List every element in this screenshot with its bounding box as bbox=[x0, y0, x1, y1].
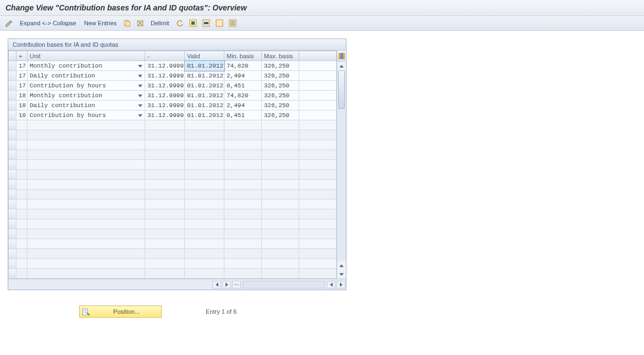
dropdown-icon[interactable] bbox=[138, 114, 142, 117]
cell-valid[interactable]: 01.01.2012 bbox=[185, 101, 224, 110]
row-selector[interactable] bbox=[9, 269, 16, 279]
row-selector[interactable] bbox=[9, 91, 16, 101]
hscroll-right2-icon[interactable] bbox=[337, 281, 345, 289]
cell-max[interactable]: 326,250 bbox=[262, 81, 299, 91]
dropdown-icon[interactable] bbox=[138, 85, 142, 87]
col-min[interactable]: Min. basis bbox=[224, 51, 262, 61]
dropdown-icon[interactable] bbox=[138, 65, 142, 68]
table-row[interactable]: 18Daily contribution31.12.999901.01.2012… bbox=[9, 101, 337, 110]
cell-min[interactable]: 0,451 bbox=[224, 110, 262, 120]
row-selector[interactable] bbox=[9, 61, 16, 71]
row-selector[interactable] bbox=[9, 150, 16, 160]
cell-unit[interactable]: Contribution by hours bbox=[27, 110, 145, 120]
table-row[interactable] bbox=[9, 249, 337, 259]
table-row[interactable]: 18Contribution by hours31.12.999901.01.2… bbox=[9, 110, 337, 120]
scroll-down-icon[interactable] bbox=[337, 270, 346, 279]
row-selector[interactable] bbox=[9, 199, 16, 209]
table-row[interactable] bbox=[9, 229, 337, 239]
horizontal-scrollbar[interactable] bbox=[8, 279, 346, 290]
scroll-up2-icon[interactable] bbox=[337, 261, 346, 270]
cell-dash[interactable]: 31.12.9999 bbox=[145, 71, 185, 81]
row-selector[interactable] bbox=[9, 120, 16, 130]
row-selector[interactable] bbox=[9, 259, 16, 269]
table-row[interactable] bbox=[9, 239, 337, 249]
cell-dash[interactable]: 31.12.9999 bbox=[145, 101, 185, 110]
table-row[interactable]: 17Daily contribution31.12.999901.01.2012… bbox=[9, 71, 337, 81]
table-row[interactable]: 17Monthly contribution31.12.999901.01.20… bbox=[9, 61, 337, 71]
table-row[interactable] bbox=[9, 140, 337, 150]
table-row[interactable]: 17Contribution by hours31.12.999901.01.2… bbox=[9, 81, 337, 91]
cell-max[interactable]: 326,250 bbox=[262, 61, 299, 71]
delete-icon[interactable] bbox=[135, 18, 145, 28]
delimit-button[interactable]: Delimit bbox=[148, 19, 172, 27]
row-selector[interactable] bbox=[9, 170, 16, 180]
table-row[interactable] bbox=[9, 180, 337, 190]
hscroll-right-icon[interactable] bbox=[222, 281, 231, 289]
hscroll-left-icon[interactable] bbox=[212, 281, 221, 289]
cell-min[interactable]: 2,494 bbox=[224, 71, 262, 81]
row-selector[interactable] bbox=[9, 81, 16, 91]
cell-plus[interactable]: 18 bbox=[16, 101, 27, 110]
config-icon[interactable] bbox=[228, 18, 238, 28]
expand-collapse-button[interactable]: Expand <-> Collapse bbox=[18, 19, 79, 27]
col-valid[interactable]: Valid bbox=[185, 51, 224, 61]
cell-unit[interactable]: Contribution by hours bbox=[27, 81, 145, 91]
scroll-up-icon[interactable] bbox=[337, 62, 346, 70]
row-selector[interactable] bbox=[9, 249, 16, 259]
hscroll-grip-icon[interactable] bbox=[232, 281, 241, 289]
hscroll-left2-icon[interactable] bbox=[327, 281, 335, 289]
cell-dash[interactable]: 31.12.9999 bbox=[145, 61, 185, 71]
cell-valid[interactable]: 01.01.2012 bbox=[185, 81, 224, 91]
cell-unit[interactable]: Daily contribution bbox=[27, 101, 145, 110]
row-selector[interactable] bbox=[9, 219, 16, 229]
dropdown-icon[interactable] bbox=[138, 95, 142, 97]
table-row[interactable] bbox=[9, 209, 337, 219]
undo-icon[interactable] bbox=[175, 18, 185, 28]
col-dash[interactable]: - bbox=[145, 51, 185, 61]
cell-dash[interactable]: 31.12.9999 bbox=[145, 110, 185, 120]
row-selector[interactable] bbox=[9, 130, 16, 140]
scroll-thumb[interactable] bbox=[338, 70, 345, 109]
column-config-icon[interactable] bbox=[337, 51, 346, 62]
cell-min[interactable]: 74,820 bbox=[224, 91, 262, 101]
table-row[interactable] bbox=[9, 130, 337, 140]
row-selector[interactable] bbox=[9, 209, 16, 219]
cell-max[interactable]: 326,250 bbox=[262, 91, 299, 101]
cell-plus[interactable]: 18 bbox=[16, 110, 27, 120]
cell-plus[interactable]: 18 bbox=[16, 91, 27, 101]
new-entries-button[interactable]: New Entries bbox=[82, 19, 119, 27]
hscroll-track[interactable] bbox=[243, 281, 325, 289]
cell-max[interactable]: 326,250 bbox=[262, 71, 299, 81]
table-row[interactable] bbox=[9, 199, 337, 209]
cell-valid[interactable]: 01.01.2012 bbox=[185, 110, 224, 120]
row-selector[interactable] bbox=[9, 229, 16, 239]
deselect-all-icon[interactable] bbox=[214, 18, 224, 28]
vertical-scrollbar[interactable] bbox=[337, 51, 346, 279]
cell-unit[interactable]: Monthly contribution bbox=[27, 61, 145, 71]
row-selector[interactable] bbox=[9, 180, 16, 190]
cell-unit[interactable]: Daily contribution bbox=[27, 71, 145, 81]
row-selector[interactable] bbox=[9, 101, 16, 110]
row-selector[interactable] bbox=[9, 190, 16, 199]
dropdown-icon[interactable] bbox=[138, 104, 142, 107]
scroll-track[interactable] bbox=[337, 70, 346, 261]
row-selector[interactable] bbox=[9, 160, 16, 170]
row-selector[interactable] bbox=[9, 71, 16, 81]
table-row[interactable] bbox=[9, 170, 337, 180]
select-block-icon[interactable] bbox=[201, 18, 211, 28]
table-row[interactable] bbox=[9, 190, 337, 199]
cell-dash[interactable]: 31.12.9999 bbox=[145, 91, 185, 101]
table-row[interactable] bbox=[9, 219, 337, 229]
pencil-icon[interactable] bbox=[4, 18, 14, 28]
dropdown-icon[interactable] bbox=[138, 75, 142, 77]
table-row[interactable]: 18Monthly contribution31.12.999901.01.20… bbox=[9, 91, 337, 101]
row-selector-header[interactable] bbox=[9, 51, 16, 61]
cell-min[interactable]: 74,820 bbox=[224, 61, 262, 71]
cell-plus[interactable]: 17 bbox=[16, 61, 27, 71]
table-row[interactable] bbox=[9, 259, 337, 269]
cell-max[interactable]: 326,250 bbox=[262, 110, 299, 120]
col-max[interactable]: Max. basis bbox=[262, 51, 299, 61]
data-grid[interactable]: + Unit - Valid Min. basis Max. basis 17M… bbox=[8, 51, 337, 279]
cell-unit[interactable]: Monthly contribution bbox=[27, 91, 145, 101]
col-unit[interactable]: Unit bbox=[27, 51, 145, 61]
